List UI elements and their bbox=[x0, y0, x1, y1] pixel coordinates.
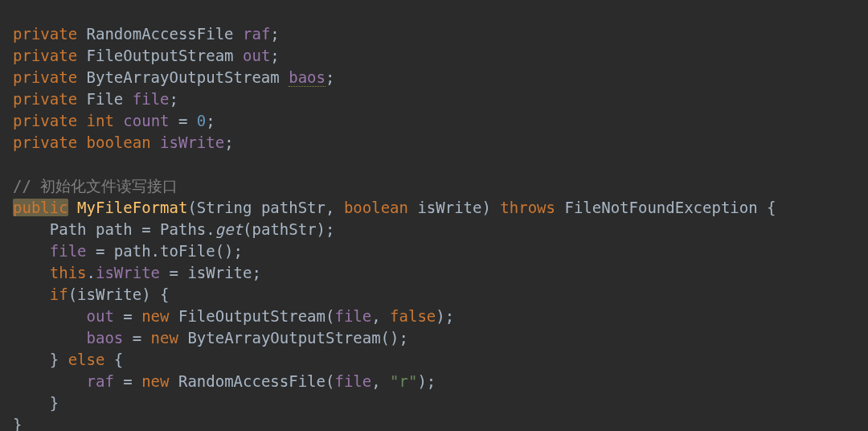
code-line: private RandomAccessFile raf; bbox=[13, 25, 280, 43]
code-line: private int count = 0; bbox=[13, 112, 215, 129]
code-line: baos = new ByteArrayOutputStream(); bbox=[13, 329, 408, 347]
code-line: raf = new RandomAccessFile(file, "r"); bbox=[13, 372, 436, 390]
code-line: } else { bbox=[13, 351, 123, 368]
code-line: private FileOutputStream out; bbox=[13, 47, 280, 64]
code-line: out = new FileOutputStream(file, false); bbox=[13, 307, 454, 325]
comment-line: // 初始化文件读写接口 bbox=[13, 177, 178, 195]
code-block: private RandomAccessFile raf; private Fi… bbox=[0, 0, 868, 431]
code-line: } bbox=[13, 394, 59, 412]
code-line: file = path.toFile(); bbox=[13, 242, 243, 260]
code-line: Path path = Paths.get(pathStr); bbox=[13, 220, 334, 238]
code-line: private File file; bbox=[13, 90, 178, 108]
blank-line bbox=[13, 155, 22, 173]
code-line: this.isWrite = isWrite; bbox=[13, 264, 261, 281]
code-line: public MyFileFormat(String pathStr, bool… bbox=[13, 199, 776, 216]
code-line: if(isWrite) { bbox=[13, 285, 170, 303]
code-line: private ByteArrayOutputStream baos; bbox=[13, 68, 334, 87]
code-line: private boolean isWrite; bbox=[13, 133, 234, 151]
code-line: } bbox=[13, 416, 22, 431]
